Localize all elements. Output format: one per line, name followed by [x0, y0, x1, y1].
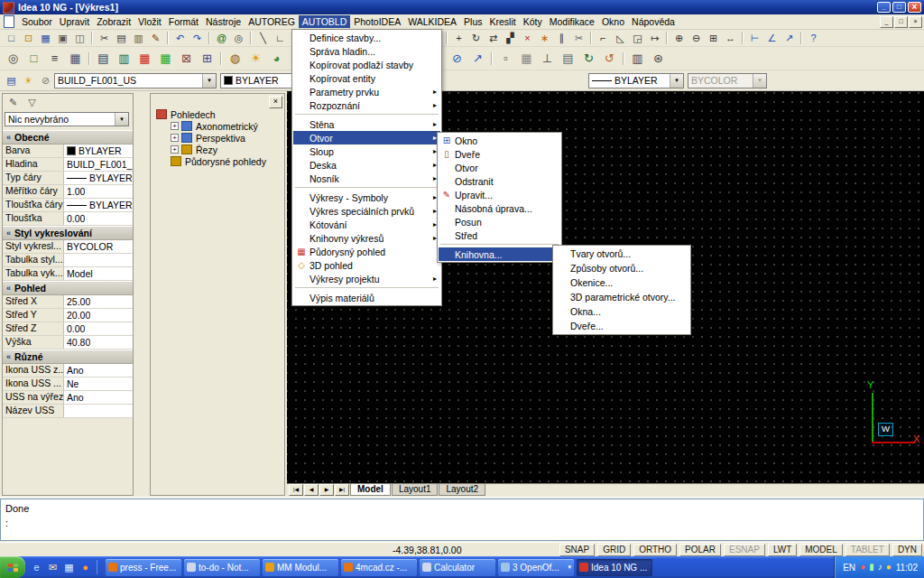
- zoom-out-icon[interactable]: ⊖: [688, 31, 705, 46]
- menu-item-tvary-otvor[interactable]: Tvary otvorů...: [554, 247, 689, 261]
- firefox-icon[interactable]: ●: [79, 560, 92, 574]
- menu-item-nosn-k[interactable]: Nosník▸: [293, 172, 440, 185]
- redo-icon[interactable]: ↷: [189, 31, 206, 46]
- mirror-icon[interactable]: ⇄: [485, 31, 502, 46]
- hyperlink-icon[interactable]: @: [213, 31, 230, 46]
- rotate-icon[interactable]: ↻: [467, 31, 485, 46]
- menu-item-p-dorysn-pohled[interactable]: ▦Půdorysný pohled: [293, 245, 440, 258]
- layers-manager-icon[interactable]: ▤: [93, 49, 114, 69]
- property-value-st-ed-y[interactable]: 20.00: [64, 309, 133, 322]
- section-header-styl-vykreslov-n[interactable]: «Styl vykreslování: [3, 226, 133, 240]
- menu-autoreg[interactable]: AUTOREG: [245, 15, 299, 28]
- property-value-st-ed-x[interactable]: 25.00: [64, 295, 133, 308]
- menu-item-st-ed[interactable]: Střed: [439, 228, 560, 242]
- task-to-do-not[interactable]: to-do - Not...: [184, 559, 260, 576]
- minimize-button[interactable]: [877, 2, 891, 13]
- leader-icon[interactable]: ↗: [781, 31, 798, 46]
- close-button[interactable]: [908, 2, 921, 13]
- menu-item-rozpozn-n[interactable]: Rozpoznání▸: [293, 98, 440, 112]
- task-4mcad-cz[interactable]: 4mcad.cz -...: [341, 559, 417, 576]
- property-value-tabulka-styl[interactable]: [64, 254, 133, 266]
- grid-toggle-icon[interactable]: ▦: [516, 49, 537, 69]
- task-mm-modul[interactable]: MM Modul...: [263, 559, 338, 576]
- toggle-tablet[interactable]: TABLET: [845, 544, 890, 556]
- fillet-icon[interactable]: ⌐: [595, 31, 612, 46]
- render-icon[interactable]: ◍: [225, 49, 245, 69]
- menu-plus[interactable]: Plus: [460, 15, 485, 28]
- mdi-close-button[interactable]: ×: [909, 16, 922, 28]
- xref-manager-icon[interactable]: ⊠: [176, 49, 197, 69]
- menu-zobrazit[interactable]: Zobrazit: [93, 15, 134, 28]
- undo-icon[interactable]: ↶: [171, 31, 189, 46]
- entity-info-icon[interactable]: ≡: [44, 49, 65, 69]
- menu-item-zp-soby-otvor[interactable]: Způsoby otvorů...: [554, 261, 689, 275]
- toggle-polar[interactable]: POLAR: [679, 544, 721, 556]
- menu-okno[interactable]: Okno: [598, 15, 628, 28]
- collapse-icon[interactable]: «: [3, 228, 14, 238]
- menu-item-kop-rovat-entity[interactable]: Kopírovat entity: [293, 71, 440, 85]
- trim-icon[interactable]: ✂: [570, 31, 587, 46]
- materials-icon[interactable]: ◕: [266, 49, 287, 69]
- previous-tab-icon[interactable]: ◀: [304, 484, 319, 496]
- toggle-esnap[interactable]: ESNAP: [724, 544, 765, 556]
- menu-soubor[interactable]: Soubor: [18, 15, 56, 28]
- expand-icon[interactable]: +: [171, 145, 179, 154]
- menu-upravit[interactable]: Upravit: [56, 15, 93, 28]
- layer-states-icon[interactable]: ▥: [114, 49, 134, 69]
- section-header-r-zn[interactable]: «Různé: [3, 350, 133, 364]
- menu-item-posun[interactable]: Posun: [439, 215, 560, 228]
- new-drawing-icon[interactable]: □: [3, 31, 20, 46]
- zoom-window-icon[interactable]: ⊞: [705, 31, 722, 46]
- expand-icon[interactable]: +: [171, 122, 179, 130]
- menu-item-deska[interactable]: Deska▸: [293, 158, 440, 172]
- menu-item-dve-e[interactable]: Dveře...: [554, 319, 689, 333]
- linetype-combo[interactable]: BYLAYER ▾: [588, 73, 684, 89]
- menu-item-v-kresy-symboly[interactable]: Výkresy - Symboly▸: [293, 191, 440, 204]
- menu-modifikace[interactable]: Modifikace: [546, 15, 598, 28]
- measure-distance-icon[interactable]: ◎: [3, 49, 23, 69]
- paste-icon[interactable]: ▥: [130, 31, 147, 46]
- toggle-model[interactable]: MODEL: [799, 544, 843, 556]
- collapse-icon[interactable]: «: [3, 352, 14, 361]
- quick-select-icon[interactable]: ▽: [23, 95, 41, 110]
- start-button[interactable]: [0, 556, 25, 578]
- property-value-ikona-uss[interactable]: Ne: [64, 378, 133, 390]
- menu-item-knihovna[interactable]: Knihovna...▸: [439, 247, 560, 261]
- draw-line-icon[interactable]: ╲: [254, 31, 272, 46]
- cut-icon[interactable]: ✂: [96, 31, 113, 46]
- network-icon[interactable]: ▮: [869, 556, 874, 578]
- show-desktop-icon[interactable]: ▦: [62, 560, 76, 574]
- menu-item-sloup[interactable]: Sloup▸: [293, 144, 440, 158]
- print-icon[interactable]: ▣: [54, 31, 71, 46]
- menu-walkidea[interactable]: WALKIDEA: [404, 15, 460, 28]
- menu-item-v-pis-materi-l[interactable]: Výpis materiálů: [293, 291, 440, 304]
- menu-form-t[interactable]: Formát: [165, 15, 202, 28]
- explode-icon[interactable]: ∗: [536, 31, 553, 46]
- toggle-grid[interactable]: GRID: [597, 544, 631, 556]
- tab-layout1[interactable]: Layout1: [392, 484, 439, 496]
- task-calculator[interactable]: Calculator: [420, 559, 495, 576]
- panel-close-icon[interactable]: [269, 96, 282, 108]
- toggle-snap[interactable]: SNAP: [559, 544, 595, 556]
- property-value-uss-na-v-ez[interactable]: Ano: [64, 391, 133, 404]
- print-preview-icon[interactable]: ◫: [71, 31, 88, 46]
- chevron-down-icon[interactable]: ▾: [202, 74, 216, 88]
- task-idea-10-ng[interactable]: Idea 10 NG ...: [577, 559, 652, 576]
- edit-properties-icon[interactable]: ✎: [5, 95, 22, 110]
- section-header-pohled[interactable]: «Pohled: [3, 281, 133, 295]
- property-value-st-ed-z[interactable]: 0.00: [64, 322, 133, 335]
- language-indicator[interactable]: EN: [843, 563, 855, 573]
- property-value-barva[interactable]: BYLAYER: [64, 144, 133, 157]
- property-value-m-tko-ry[interactable]: 1.00: [64, 185, 133, 198]
- open-drawing-icon[interactable]: ⊡: [20, 31, 37, 46]
- copy-icon[interactable]: ▤: [113, 31, 130, 46]
- menu-item-odstranit[interactable]: Odstranit: [439, 174, 560, 188]
- tree-item-perspektiva[interactable]: +Perspektiva: [151, 132, 284, 144]
- internet-explorer-icon[interactable]: e: [30, 560, 43, 574]
- volume-icon[interactable]: ♪: [878, 556, 882, 578]
- tree-item-p-dorysn-pohledy[interactable]: Půdorysné pohledy: [151, 155, 284, 167]
- dim-linear-icon[interactable]: ⊢: [746, 31, 763, 46]
- property-value-ikona-uss-z[interactable]: Ano: [64, 364, 133, 377]
- chevron-down-icon[interactable]: ▾: [670, 74, 683, 88]
- menu-item-okno[interactable]: ⊞Okno: [439, 134, 560, 147]
